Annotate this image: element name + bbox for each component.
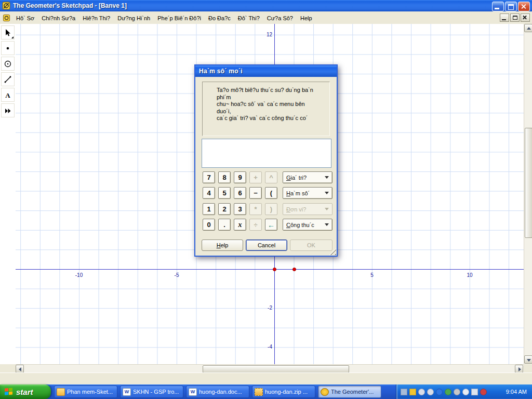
mdi-minimize-button[interactable] bbox=[500, 14, 509, 22]
equation-dropdown[interactable]: Công thu´c bbox=[283, 219, 332, 231]
start-button[interactable]: start bbox=[0, 384, 51, 399]
straightedge-tool[interactable] bbox=[1, 72, 15, 86]
close-paren-key[interactable]: ) bbox=[265, 203, 277, 215]
restore-button[interactable] bbox=[505, 2, 517, 11]
caret-key[interactable]: ^ bbox=[265, 171, 277, 183]
digit-4-key[interactable]: 4 bbox=[203, 187, 215, 199]
digit-1-key[interactable]: 1 bbox=[203, 203, 215, 215]
scrollbar-corner-left bbox=[0, 364, 16, 373]
open-paren-key[interactable]: ( bbox=[265, 187, 277, 199]
multiply-key[interactable]: * bbox=[249, 203, 262, 215]
compass-tool[interactable] bbox=[1, 57, 15, 71]
selection-arrow-tool[interactable] bbox=[1, 25, 15, 39]
digit-8-key[interactable]: 8 bbox=[218, 171, 231, 183]
new-function-dialog: Ha`m sô´ mo´i Ta?o mô?t biê?u thu´c su? … bbox=[194, 64, 338, 257]
download-icon[interactable] bbox=[436, 389, 443, 395]
mdi-close-button[interactable] bbox=[521, 14, 530, 22]
task-label: huong-dan.doc... bbox=[199, 389, 242, 395]
vertical-scrollbar[interactable] bbox=[524, 24, 532, 364]
instruction-line: duo´i, bbox=[217, 108, 327, 115]
task-button-0[interactable]: Phan mem-Sket... bbox=[54, 385, 117, 398]
selection-arrow-icon bbox=[4, 29, 12, 37]
digit-9-key[interactable]: 9 bbox=[234, 171, 246, 183]
task-button-3[interactable]: huong-dan.zip ... bbox=[252, 385, 315, 398]
digit-3-key[interactable]: 3 bbox=[234, 203, 246, 215]
digit-6-key[interactable]: 6 bbox=[234, 187, 246, 199]
vertical-scroll-thumb[interactable] bbox=[525, 128, 532, 238]
menu-item-3[interactable]: Dư?ng Hi`nh bbox=[114, 13, 154, 23]
variable-x-key[interactable]: x bbox=[234, 219, 246, 231]
red-badge-icon[interactable] bbox=[480, 389, 487, 395]
task-label: Phan mem-Sket... bbox=[67, 389, 113, 395]
task-button-1[interactable]: WSKHN - GSP tro... bbox=[120, 385, 183, 398]
menu-item-0[interactable]: Hô` Sơ bbox=[12, 13, 38, 23]
close-button[interactable] bbox=[518, 2, 530, 11]
scroll-down-button[interactable] bbox=[524, 355, 532, 364]
grid-icon[interactable] bbox=[401, 389, 407, 395]
yellow-v-icon[interactable] bbox=[409, 389, 416, 395]
scroll-up-button[interactable] bbox=[524, 24, 532, 32]
digit-7-key[interactable]: 7 bbox=[203, 171, 215, 183]
windows-flag-icon bbox=[4, 387, 14, 396]
help-button[interactable]: Help bbox=[202, 240, 243, 251]
digit-0-key[interactable]: 0 bbox=[203, 219, 215, 231]
backspace-key[interactable]: ← bbox=[265, 219, 277, 231]
dialog-titlebar[interactable]: Ha`m sô´ mo´i bbox=[195, 65, 337, 77]
x-tick-label: -5 bbox=[170, 272, 183, 278]
custom-tool[interactable] bbox=[1, 103, 15, 117]
scroll-up-icon bbox=[527, 27, 531, 30]
menu-item-8[interactable]: Help bbox=[297, 13, 316, 23]
magnifier-icon[interactable] bbox=[454, 389, 460, 395]
menu-item-1[interactable]: Chi?nh Sư?a bbox=[38, 13, 79, 23]
menu-item-2[interactable]: Hiê?n Thi? bbox=[79, 13, 114, 23]
menu-item-6[interactable]: Đô` Thi? bbox=[234, 13, 263, 23]
selection-arrow-tool-flyout-mark bbox=[11, 36, 14, 38]
minimize-button[interactable] bbox=[492, 2, 504, 11]
window-controls bbox=[492, 2, 530, 11]
cancel-button[interactable]: Cancel bbox=[246, 240, 287, 251]
values-dropdown[interactable]: Gia´ tri? bbox=[283, 171, 332, 183]
task-button-2[interactable]: Whuong-dan.doc... bbox=[186, 385, 249, 398]
task-button-4[interactable]: The Geometer'... bbox=[318, 385, 381, 398]
functions-dropdown[interactable]: Ha`m sô´ bbox=[283, 187, 332, 199]
scroll-left-icon bbox=[19, 367, 21, 371]
point-tool[interactable] bbox=[1, 41, 15, 55]
dialog-instructions: Ta?o mô?t biê?u thu´c su? du`ng ba`nphi´… bbox=[202, 82, 330, 136]
mdi-restore-button[interactable] bbox=[510, 14, 520, 22]
unit-point[interactable] bbox=[292, 268, 296, 271]
menu-item-7[interactable]: Cư?a Sô? bbox=[263, 13, 297, 23]
app-icon bbox=[2, 2, 10, 10]
round-icon[interactable] bbox=[418, 389, 425, 395]
plus-key[interactable]: + bbox=[249, 171, 262, 183]
digit-5-key[interactable]: 5 bbox=[218, 187, 231, 199]
volume-icon[interactable] bbox=[471, 389, 478, 395]
clock-icon[interactable] bbox=[462, 389, 469, 395]
menu-item-5[interactable]: Đo Đa?c bbox=[205, 13, 234, 23]
toolbox: A bbox=[0, 24, 16, 364]
decimal-key[interactable]: . bbox=[218, 219, 231, 231]
digit-2-key[interactable]: 2 bbox=[218, 203, 231, 215]
text-tool[interactable]: A bbox=[1, 88, 15, 102]
origin-point[interactable] bbox=[273, 268, 276, 271]
desktop: The Geometer's Sketchpad - [Banve 1] Hô`… bbox=[0, 0, 532, 399]
minus-key[interactable]: − bbox=[249, 187, 262, 199]
ok-button[interactable]: OK bbox=[290, 240, 332, 251]
ball-icon[interactable] bbox=[445, 389, 451, 395]
scroll-left-button[interactable] bbox=[16, 365, 24, 373]
scroll-right-icon bbox=[518, 367, 521, 371]
horizontal-scrollbar[interactable] bbox=[16, 364, 524, 373]
chevron-down-icon bbox=[325, 176, 329, 179]
folder-icon bbox=[57, 388, 65, 396]
functions-dropdown-label: Ha`m sô´ bbox=[286, 190, 310, 196]
expression-input[interactable] bbox=[202, 139, 331, 168]
scroll-right-button[interactable] bbox=[515, 365, 523, 373]
svg-text:A: A bbox=[5, 91, 10, 99]
menu-item-4[interactable]: Phe´p Biê´n Đô?i bbox=[154, 13, 205, 23]
zip-icon bbox=[255, 388, 263, 396]
custom-tool-icon bbox=[4, 107, 12, 115]
divide-key[interactable]: ÷ bbox=[249, 219, 262, 231]
horizontal-scroll-thumb[interactable] bbox=[203, 365, 349, 373]
gsp-icon bbox=[321, 388, 329, 396]
round-icon[interactable] bbox=[427, 389, 434, 395]
units-dropdown[interactable]: Đơn vi? bbox=[283, 203, 332, 215]
